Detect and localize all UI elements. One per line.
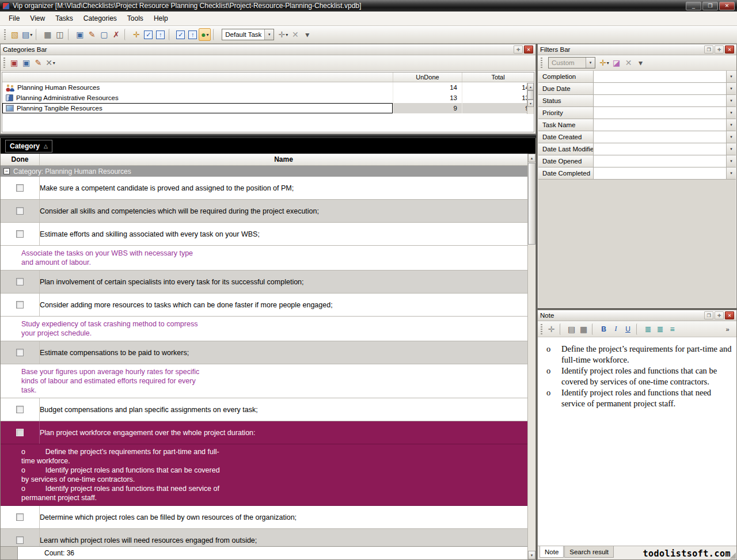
note-settings-icon[interactable]: ✛ ▾ <box>545 323 557 336</box>
filter-label[interactable]: Priority <box>538 107 594 119</box>
total-column-header[interactable]: Total <box>462 73 534 82</box>
scroll-down-icon[interactable]: ▾ <box>527 100 534 107</box>
filter-dropdown-button[interactable]: ▾ <box>726 95 736 106</box>
scroll-up-icon[interactable]: ▴ <box>527 83 534 90</box>
filter-dropdown-button[interactable]: ▾ <box>726 131 736 143</box>
online-sync-icon[interactable]: ● ▾ <box>199 28 211 41</box>
task-checkbox[interactable] <box>16 184 24 192</box>
task-checkbox[interactable] <box>16 207 24 215</box>
filter-dropdown-button[interactable]: ▾ <box>726 83 736 94</box>
menu-item[interactable]: Tools <box>122 12 149 25</box>
task-checkbox[interactable] <box>16 406 24 413</box>
pin-icon[interactable]: ✛ <box>715 45 724 54</box>
filter-dropdown-button[interactable]: ▾ <box>726 71 736 82</box>
filter-label[interactable]: Task Name <box>538 119 594 131</box>
done-column-header[interactable]: Done <box>1 154 40 165</box>
task-row[interactable]: Learn which project roles will need reso… <box>1 529 527 546</box>
name-column-header[interactable]: Name <box>40 155 527 163</box>
filter-label[interactable]: Date Created <box>538 131 594 143</box>
scrollbar-thumb[interactable] <box>527 90 534 100</box>
task-checkbox[interactable] <box>16 536 24 544</box>
category-row[interactable]: Planning Administrative Resources 13 13 <box>2 93 534 103</box>
bullet-list-icon[interactable]: ≡ ▾ <box>666 323 678 336</box>
move-up-icon[interactable]: ↑ ▾ <box>187 28 199 41</box>
add-category-icon[interactable]: ▣ ▾ <box>8 56 20 69</box>
filter-settings-icon[interactable]: ✛ ▾ <box>598 56 610 69</box>
new-task-icon[interactable]: ▣ ▾ <box>74 28 86 41</box>
edit-task-icon[interactable]: ✎ ▾ <box>86 28 98 41</box>
filter-label[interactable]: Completion <box>538 71 594 82</box>
resize-grip[interactable] <box>730 553 736 559</box>
delete-icon[interactable]: ✕ ▾ <box>289 28 301 41</box>
task-row[interactable]: Consider adding more resources to tasks … <box>1 294 527 317</box>
maximize-icon[interactable]: ❐ <box>704 311 713 319</box>
horizontal-splitter[interactable] <box>0 134 536 138</box>
filter-label[interactable]: Date Opened <box>538 155 594 167</box>
toolbar-options-icon[interactable]: ▾ ▾ <box>301 28 313 41</box>
task-row[interactable]: Estimate compensations to be paid to wor… <box>1 341 527 364</box>
task-checkbox[interactable] <box>16 429 24 436</box>
categories-scrollbar[interactable]: ▴ ▾ <box>527 83 534 114</box>
filter-label[interactable]: Date Last Modifie <box>538 143 594 155</box>
print-icon[interactable]: ▦ ▾ <box>41 28 54 41</box>
sort-field-chip[interactable]: Category △ <box>5 140 52 153</box>
edit-category-icon[interactable]: ✎ ▾ <box>32 56 44 69</box>
filter-label[interactable]: Status <box>538 95 594 106</box>
menu-item[interactable]: View <box>25 12 50 25</box>
export-note-icon[interactable]: ▤ ▾ <box>565 323 578 336</box>
italic-icon[interactable]: I ▾ <box>610 323 622 336</box>
pin-icon[interactable]: ✛ <box>514 45 523 54</box>
filter-value-field[interactable] <box>594 95 726 106</box>
delete-category-icon[interactable]: ✕ ▾ <box>44 56 56 69</box>
filter-value-field[interactable] <box>594 131 726 143</box>
filter-label[interactable]: Due Date <box>538 83 594 94</box>
menu-item[interactable]: Tasks <box>50 12 78 25</box>
scroll-down-icon[interactable]: ▾ <box>528 551 535 559</box>
category-group-row[interactable]: − Category: Planning Human Resources <box>1 166 527 177</box>
menu-item[interactable]: Help <box>149 12 173 25</box>
mark-complete-icon[interactable]: ✓ ▾ <box>174 28 187 41</box>
toolbar-grip[interactable] <box>541 58 542 68</box>
new-organizer-icon[interactable]: ▧ ▾ <box>9 28 21 41</box>
task-row[interactable]: Plan involvement of certain specialists … <box>1 271 527 294</box>
task-row[interactable]: Budget compensations and plan specific a… <box>1 398 527 421</box>
pin-icon[interactable]: ✛ <box>715 311 724 319</box>
toolbar-grip[interactable] <box>4 29 6 40</box>
close-icon[interactable]: ✕ <box>725 45 734 54</box>
underline-icon[interactable]: U ▾ <box>622 323 634 336</box>
task-row[interactable]: o Define the project’s requirements for … <box>1 444 527 506</box>
duplicate-task-icon[interactable]: ▢ ▾ <box>98 28 110 41</box>
task-row[interactable]: Determine which project roles can be fil… <box>1 506 527 529</box>
scroll-up-icon[interactable]: ▴ <box>528 154 535 162</box>
manage-task-icon[interactable]: ✛ ▾ <box>277 28 289 41</box>
maximize-icon[interactable]: ❐ <box>704 45 713 54</box>
task-row[interactable]: Make sure a competent candidate is prove… <box>1 177 527 200</box>
maximize-button[interactable]: ❐ <box>702 2 718 10</box>
task-checkbox[interactable] <box>16 513 24 521</box>
filter-dropdown-button[interactable]: ▾ <box>726 107 736 119</box>
task-row[interactable]: Estimate efforts and skilling associated… <box>1 223 527 246</box>
task-checkbox[interactable] <box>16 230 24 238</box>
align-left-icon[interactable]: ≣ ▾ <box>642 323 654 336</box>
minimize-button[interactable]: _ <box>686 2 701 10</box>
toolbar-overflow-icon[interactable]: » ▾ <box>721 323 734 336</box>
filter-value-field[interactable] <box>594 71 726 82</box>
align-right-icon[interactable]: ≣ ▾ <box>654 323 666 336</box>
filter-options-icon[interactable]: ▾ ▾ <box>635 56 647 69</box>
filter-dropdown-button[interactable]: ▾ <box>726 119 736 131</box>
task-row[interactable]: Base your figures upon average hourly ra… <box>1 364 527 398</box>
toolbar-grip[interactable] <box>541 324 542 334</box>
task-checkbox[interactable] <box>16 349 24 356</box>
task-row[interactable]: Consider all skills and competencies whi… <box>1 200 527 223</box>
filter-label[interactable]: Date Completed <box>538 167 594 179</box>
scrollbar-thumb[interactable] <box>528 163 535 245</box>
filter-value-field[interactable] <box>594 143 726 155</box>
print-note-icon[interactable]: ▦ ▾ <box>578 323 590 336</box>
note-panel-tab[interactable]: Search result <box>564 546 614 558</box>
toolbar-grip[interactable] <box>3 58 5 68</box>
task-row[interactable]: Plan project workforce engagement over t… <box>1 421 527 444</box>
filter-preset-combo[interactable]: Custom ▾ <box>548 57 595 68</box>
task-checkbox[interactable] <box>16 301 24 308</box>
filter-value-field[interactable] <box>594 83 726 94</box>
complete-task-icon[interactable]: ✓ ▾ <box>142 28 154 41</box>
